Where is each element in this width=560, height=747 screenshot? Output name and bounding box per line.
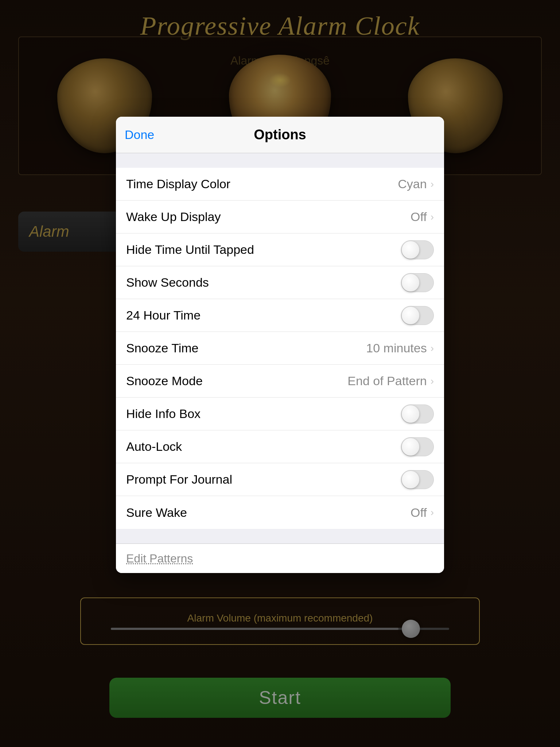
chevron-icon-wake-up-display: › bbox=[431, 211, 434, 223]
row-sure-wake[interactable]: Sure Wake Off › bbox=[116, 496, 444, 529]
toggle-knob-24-hour-time bbox=[402, 307, 419, 324]
edit-patterns-label[interactable]: Edit Patterns bbox=[126, 552, 193, 565]
toggle-knob-auto-lock bbox=[402, 438, 419, 456]
edit-patterns-row[interactable]: Edit Patterns bbox=[116, 544, 444, 573]
row-right-snooze-time: 10 minutes › bbox=[366, 341, 434, 355]
row-value-snooze-mode: End of Pattern bbox=[347, 374, 427, 388]
row-auto-lock[interactable]: Auto-Lock bbox=[116, 430, 444, 463]
toggle-prompt-for-journal[interactable] bbox=[401, 470, 434, 489]
chevron-icon-snooze-mode: › bbox=[431, 375, 434, 387]
row-label-sure-wake: Sure Wake bbox=[126, 506, 187, 520]
row-right-wake-up-display: Off › bbox=[411, 210, 434, 224]
row-label-snooze-mode: Snooze Mode bbox=[126, 374, 203, 388]
options-modal: Done Options Time Display Color Cyan › W… bbox=[116, 117, 444, 573]
toggle-knob-show-seconds bbox=[402, 274, 419, 291]
toggle-knob-hide-info-box bbox=[402, 405, 419, 423]
toggle-hide-time-until-tapped[interactable] bbox=[401, 240, 434, 259]
toggle-show-seconds[interactable] bbox=[401, 273, 434, 292]
modal-overlay: Done Options Time Display Color Cyan › W… bbox=[0, 0, 560, 747]
row-value-wake-up-display: Off bbox=[411, 210, 427, 224]
modal-title: Options bbox=[254, 127, 306, 143]
row-value-time-display-color: Cyan bbox=[398, 177, 427, 191]
row-label-auto-lock: Auto-Lock bbox=[126, 440, 182, 454]
row-24-hour-time[interactable]: 24 Hour Time bbox=[116, 299, 444, 332]
toggle-knob-hide-time-until-tapped bbox=[402, 241, 419, 259]
row-label-time-display-color: Time Display Color bbox=[126, 177, 230, 191]
row-hide-time-until-tapped[interactable]: Hide Time Until Tapped bbox=[116, 233, 444, 266]
row-value-sure-wake: Off bbox=[411, 506, 427, 520]
toggle-auto-lock[interactable] bbox=[401, 437, 434, 456]
row-right-sure-wake: Off › bbox=[411, 506, 434, 520]
row-show-seconds[interactable]: Show Seconds bbox=[116, 266, 444, 299]
row-right-time-display-color: Cyan › bbox=[398, 177, 434, 191]
row-label-show-seconds: Show Seconds bbox=[126, 275, 209, 290]
row-label-24-hour-time: 24 Hour Time bbox=[126, 308, 201, 322]
row-wake-up-display[interactable]: Wake Up Display Off › bbox=[116, 201, 444, 233]
toggle-hide-info-box[interactable] bbox=[401, 405, 434, 423]
settings-section: Time Display Color Cyan › Wake Up Displa… bbox=[116, 168, 444, 529]
row-snooze-mode[interactable]: Snooze Mode End of Pattern › bbox=[116, 365, 444, 398]
row-label-snooze-time: Snooze Time bbox=[126, 341, 198, 355]
toggle-24-hour-time[interactable] bbox=[401, 306, 434, 325]
chevron-icon-sure-wake: › bbox=[431, 507, 434, 518]
chevron-icon-time-display-color: › bbox=[431, 178, 434, 190]
row-label-wake-up-display: Wake Up Display bbox=[126, 210, 221, 224]
row-prompt-for-journal[interactable]: Prompt For Journal bbox=[116, 463, 444, 496]
done-button[interactable]: Done bbox=[125, 128, 154, 142]
row-label-prompt-for-journal: Prompt For Journal bbox=[126, 472, 232, 487]
section-gap-top bbox=[116, 153, 444, 168]
row-label-hide-info-box: Hide Info Box bbox=[126, 407, 201, 421]
row-hide-info-box[interactable]: Hide Info Box bbox=[116, 398, 444, 430]
modal-header: Done Options bbox=[116, 117, 444, 153]
row-time-display-color[interactable]: Time Display Color Cyan › bbox=[116, 168, 444, 201]
row-snooze-time[interactable]: Snooze Time 10 minutes › bbox=[116, 332, 444, 365]
row-value-snooze-time: 10 minutes bbox=[366, 341, 427, 355]
modal-footer: Edit Patterns bbox=[116, 543, 444, 573]
row-label-hide-time-until-tapped: Hide Time Until Tapped bbox=[126, 243, 254, 257]
chevron-icon-snooze-time: › bbox=[431, 342, 434, 354]
row-right-snooze-mode: End of Pattern › bbox=[347, 374, 434, 388]
section-gap-bottom bbox=[116, 529, 444, 543]
toggle-knob-prompt-for-journal bbox=[402, 471, 419, 488]
